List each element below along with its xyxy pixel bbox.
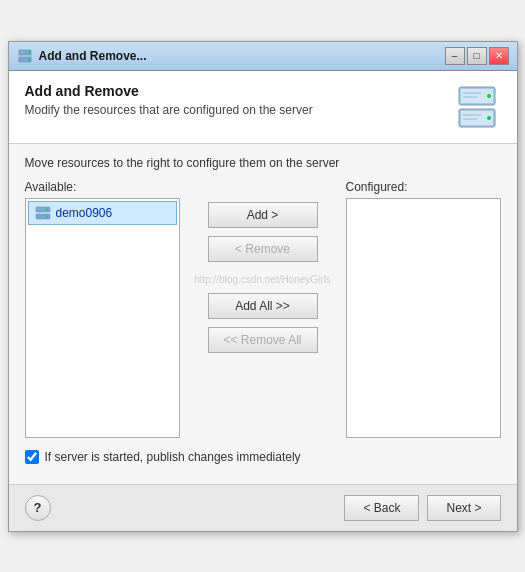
- page-title: Add and Remove: [25, 83, 313, 99]
- publish-checkbox-row: If server is started, publish changes im…: [25, 450, 501, 464]
- svg-point-8: [487, 94, 491, 98]
- minimize-button[interactable]: –: [445, 47, 465, 65]
- remove-button[interactable]: < Remove: [208, 236, 318, 262]
- remove-all-button[interactable]: << Remove All: [208, 327, 318, 353]
- page-subtitle: Modify the resources that are configured…: [25, 103, 313, 117]
- svg-point-9: [487, 116, 491, 120]
- add-button[interactable]: Add >: [208, 202, 318, 228]
- svg-point-2: [28, 51, 30, 53]
- window-title: Add and Remove...: [39, 49, 147, 63]
- instruction-text: Move resources to the right to configure…: [25, 156, 501, 170]
- configured-section: Configured:: [346, 180, 501, 438]
- server-header-icon: [453, 83, 501, 131]
- header-text: Add and Remove Modify the resources that…: [25, 83, 313, 117]
- footer-left: ?: [25, 495, 51, 521]
- title-bar-left: Add and Remove...: [17, 48, 147, 64]
- svg-point-3: [28, 58, 30, 60]
- configured-label: Configured:: [346, 180, 501, 194]
- server-item-icon: [35, 205, 51, 221]
- available-section: Available: demo0906: [25, 180, 180, 438]
- content-area: Move resources to the right to configure…: [9, 144, 517, 484]
- svg-point-16: [46, 208, 48, 210]
- configured-list[interactable]: [346, 198, 501, 438]
- maximize-button[interactable]: □: [467, 47, 487, 65]
- publish-checkbox-label: If server is started, publish changes im…: [45, 450, 301, 464]
- next-button[interactable]: Next >: [427, 495, 500, 521]
- available-list[interactable]: demo0906: [25, 198, 180, 438]
- main-window: Add and Remove... – □ ✕ Add and Remove M…: [8, 41, 518, 532]
- svg-point-17: [46, 215, 48, 217]
- transfer-buttons: Add > < Remove http://blog.csdn.net/Hone…: [180, 180, 346, 353]
- publish-checkbox[interactable]: [25, 450, 39, 464]
- help-button[interactable]: ?: [25, 495, 51, 521]
- close-button[interactable]: ✕: [489, 47, 509, 65]
- back-button[interactable]: < Back: [344, 495, 419, 521]
- title-bar: Add and Remove... – □ ✕: [9, 42, 517, 71]
- title-bar-buttons: – □ ✕: [445, 47, 509, 65]
- add-all-button[interactable]: Add All >>: [208, 293, 318, 319]
- footer: ? < Back Next >: [9, 484, 517, 531]
- window-icon: [17, 48, 33, 64]
- list-item-label: demo0906: [56, 206, 113, 220]
- watermark-text: http://blog.csdn.net/HoneyGirls: [194, 274, 331, 285]
- lists-row: Available: demo0906 Add >: [25, 180, 501, 438]
- footer-right: < Back Next >: [344, 495, 500, 521]
- available-label: Available:: [25, 180, 180, 194]
- list-item[interactable]: demo0906: [28, 201, 177, 225]
- header-section: Add and Remove Modify the resources that…: [9, 71, 517, 144]
